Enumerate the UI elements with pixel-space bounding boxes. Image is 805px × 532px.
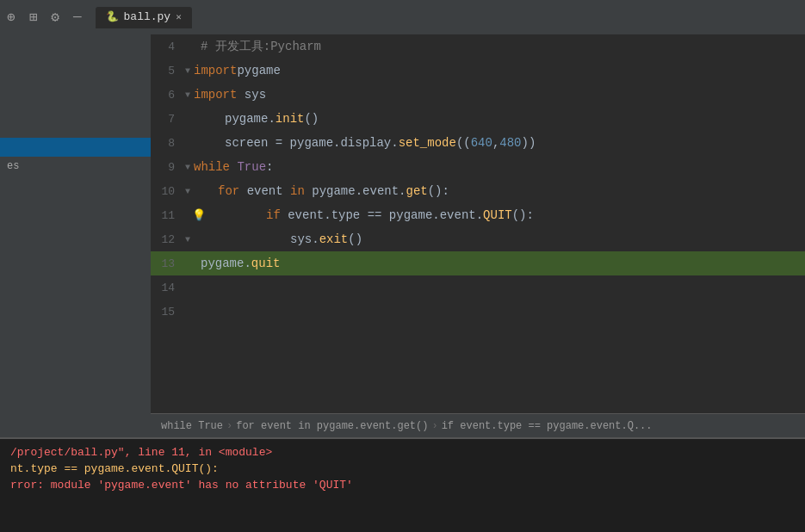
line-content-11: if event.type == pygame.event.QUIT(): — [201, 203, 805, 227]
breadcrumb-item-1: while True — [161, 420, 223, 432]
code-line-13: 13 pygame.quit — [151, 251, 805, 275]
line-number-11: 11 — [151, 209, 185, 222]
error-line-1: /project/ball.py", line 11, in <module> — [10, 446, 795, 459]
line-content-13: pygame.quit — [201, 251, 805, 275]
line-number-6: 6 — [151, 89, 185, 102]
layout-icon[interactable]: ⊞ — [29, 9, 38, 26]
settings-icon[interactable]: ⚙ — [51, 9, 59, 26]
error-line-2: nt.type == pygame.event.QUIT(): — [10, 462, 795, 475]
fold-arrow-5[interactable]: ▼ — [185, 66, 190, 76]
top-bar: ⊕ ⊞ ⚙ — 🐍 ball.py ✕ — [0, 0, 805, 34]
target-icon[interactable]: ⊕ — [7, 9, 15, 26]
code-line-5: 5 ▼ import pygame — [151, 59, 805, 83]
line-number-8: 8 — [151, 137, 185, 150]
ball-py-tab[interactable]: 🐍 ball.py ✕ — [96, 7, 192, 28]
code-line-9: 9 ▼ while True: — [151, 155, 805, 179]
breadcrumb-sep-1: › — [226, 420, 232, 432]
breadcrumb-item-2: for event in pygame.event.get() — [236, 420, 428, 432]
fold-arrow-9[interactable]: ▼ — [185, 163, 190, 172]
error-code-snippet: nt.type == pygame.event.QUIT(): — [10, 462, 219, 475]
editor-panel: 4 # 开发工具:Pycharm 5 ▼ import pygame 6 ▼ i — [151, 34, 805, 437]
line-content-14 — [201, 275, 805, 300]
code-line-12: 12 ▼ sys.exit() — [151, 227, 805, 251]
line-content-10: for event in pygame.event.get(): — [194, 179, 805, 203]
line-content-15 — [201, 300, 805, 324]
line-number-12: 12 — [151, 233, 185, 246]
line-number-5: 5 — [151, 65, 185, 77]
tab-label: ball.py — [124, 10, 171, 23]
fold-arrow-6[interactable]: ▼ — [185, 90, 190, 100]
code-line-15: 15 — [151, 300, 805, 324]
code-line-4: 4 # 开发工具:Pycharm — [151, 34, 805, 59]
sidebar-item-label: es — [0, 157, 151, 176]
error-line-3: rror: module 'pygame.event' has no attri… — [10, 479, 795, 492]
error-message: rror: module 'pygame.event' has no attri… — [10, 479, 353, 492]
minimize-icon[interactable]: — — [73, 9, 82, 25]
line-number-4: 4 — [151, 40, 185, 53]
code-line-11: 11 💡 if event.type == pygame.event.QUIT(… — [151, 203, 805, 227]
sidebar-selected-item[interactable] — [0, 138, 151, 157]
line-number-15: 15 — [151, 306, 185, 319]
breadcrumb-bar: while True › for event in pygame.event.g… — [151, 413, 805, 437]
fold-arrow-12[interactable]: ▼ — [185, 235, 190, 244]
line-number-14: 14 — [151, 281, 185, 294]
lightbulb-icon[interactable]: 💡 — [192, 208, 206, 222]
code-line-6: 6 ▼ import sys — [151, 83, 805, 107]
line-number-13: 13 — [151, 257, 185, 270]
line-content-8: screen = pygame.display.set_mode((640,48… — [201, 131, 805, 155]
fold-arrow-10[interactable]: ▼ — [185, 187, 190, 196]
line-content-7: pygame.init() — [201, 107, 805, 131]
main-content: es 4 # 开发工具:Pycharm 5 ▼ import pygame — [0, 34, 805, 437]
sidebar: es — [0, 34, 151, 437]
code-line-8: 8 screen = pygame.display.set_mode((640,… — [151, 131, 805, 155]
window-controls: ⊕ ⊞ ⚙ — — [7, 9, 82, 26]
code-editor[interactable]: 4 # 开发工具:Pycharm 5 ▼ import pygame 6 ▼ i — [151, 34, 805, 413]
code-line-7: 7 pygame.init() — [151, 107, 805, 131]
tab-bar: 🐍 ball.py ✕ — [96, 7, 192, 28]
breadcrumb-item-3: if event.type == pygame.event.Q... — [442, 420, 653, 432]
line-content-6: import sys — [194, 83, 805, 107]
line-number-7: 7 — [151, 113, 185, 126]
error-panel: /project/ball.py", line 11, in <module> … — [0, 437, 805, 532]
line-content-4: # 开发工具:Pycharm — [201, 34, 805, 59]
breadcrumb-sep-2: › — [431, 420, 437, 432]
line-content-5: import pygame — [194, 59, 805, 83]
line-number-9: 9 — [151, 161, 185, 174]
tab-close-button[interactable]: ✕ — [176, 11, 182, 22]
line-content-9: while True: — [194, 155, 805, 179]
error-location: ", line 11, in <module> — [118, 446, 272, 459]
line-content-12: sys.exit() — [194, 227, 805, 251]
line-number-10: 10 — [151, 185, 185, 198]
python-file-icon: 🐍 — [106, 10, 119, 23]
code-line-10: 10 ▼ for event in pygame.event.get(): — [151, 179, 805, 203]
error-filepath[interactable]: /project/ball.py — [10, 446, 118, 459]
code-line-14: 14 — [151, 275, 805, 300]
